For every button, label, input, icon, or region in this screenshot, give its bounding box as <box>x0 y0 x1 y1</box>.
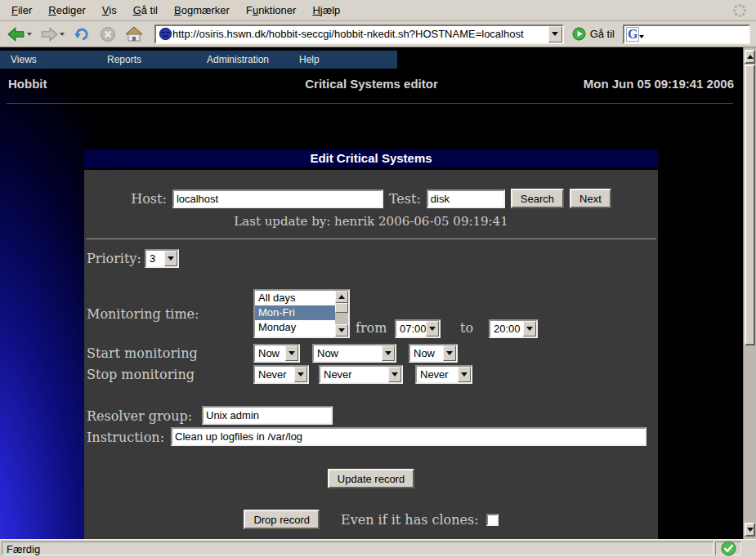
listbox-option[interactable]: Monday <box>255 320 335 335</box>
drop-record-button[interactable]: Drop record <box>244 510 320 529</box>
navigation-toolbar: Gå til G <box>0 21 756 47</box>
last-update-text: Last update by: henrik 2006-06-05 09:19:… <box>84 214 658 229</box>
forward-history-caret <box>60 33 65 36</box>
next-button[interactable]: Next <box>570 189 611 208</box>
search-box: G <box>623 25 750 44</box>
reload-button[interactable] <box>69 23 94 46</box>
host-input[interactable] <box>172 189 383 208</box>
vertical-scrollbar[interactable] <box>743 47 756 539</box>
page-timestamp: Mon Jun 05 09:19:41 2006 <box>584 77 734 91</box>
header-divider <box>7 103 733 104</box>
to-label: to <box>460 320 473 336</box>
to-time-select[interactable]: 20:00 <box>489 319 538 338</box>
stop-select-2[interactable]: Never <box>319 365 403 384</box>
chevron-down-icon <box>458 367 471 382</box>
stop-select-1[interactable]: Never <box>253 365 309 384</box>
host-label: Host: <box>131 191 167 207</box>
search-engine-caret[interactable] <box>639 35 644 38</box>
resolver-group-label: Resolver group: <box>87 408 192 424</box>
resolver-group-input[interactable] <box>202 406 333 425</box>
host-test-row: Host: Test: Search Next <box>84 189 658 208</box>
update-record-button[interactable]: Update record <box>328 469 414 488</box>
chevron-down-icon <box>164 251 177 266</box>
clones-checkbox[interactable] <box>486 514 499 526</box>
google-logo-icon: G <box>626 27 639 42</box>
search-button[interactable]: Search <box>511 189 564 208</box>
chevron-down-icon <box>388 367 401 382</box>
menu-edit[interactable]: Rediger <box>40 2 94 19</box>
stop-monitoring-label: Stop monitoring <box>87 367 195 382</box>
listbox-scroll-down-button[interactable] <box>335 324 348 336</box>
start-select-3[interactable]: Now <box>409 344 458 363</box>
priority-label: Priority: <box>87 251 141 266</box>
monitoring-time-label: Monitoring time: <box>87 306 199 322</box>
menu-help[interactable]: Hjælp <box>304 2 348 19</box>
home-icon <box>125 25 143 43</box>
menu-tools[interactable]: Funktioner <box>238 2 304 19</box>
throbber-icon <box>731 2 748 19</box>
home-button[interactable] <box>122 23 146 46</box>
listbox-option-selected[interactable]: Mon-Fri <box>255 305 335 320</box>
form-divider <box>86 238 656 239</box>
stop-button[interactable] <box>96 23 120 46</box>
menu-go[interactable]: Gå til <box>125 2 166 19</box>
stop-select-3[interactable]: Never <box>415 365 472 384</box>
menu-bar: Filer Rediger Vis Gå til Bogmærker Funkt… <box>0 0 756 21</box>
address-bar <box>154 25 564 44</box>
forward-button[interactable] <box>37 23 68 46</box>
nav-views[interactable]: Views <box>11 54 37 65</box>
start-monitoring-label: Start monitoring <box>87 345 198 361</box>
monitoring-time-listbox[interactable]: All days Mon-Fri Monday <box>253 289 350 338</box>
chevron-down-icon <box>443 345 456 361</box>
page-header: Hobbit Critical Systems editor Mon Jun 0… <box>0 77 743 93</box>
instruction-label: Instruction: <box>87 430 164 445</box>
instruction-input[interactable] <box>171 427 646 446</box>
back-arrow-icon <box>7 25 25 43</box>
nav-help[interactable]: Help <box>299 54 320 65</box>
chevron-down-icon <box>294 367 307 382</box>
listbox-scrollbar[interactable] <box>335 291 348 336</box>
status-bar: Færdig <box>0 539 756 557</box>
nav-reports[interactable]: Reports <box>107 54 141 65</box>
listbox-scroll-thumb[interactable] <box>335 303 348 313</box>
scroll-up-button[interactable] <box>745 50 755 64</box>
go-label: Gå til <box>590 28 615 40</box>
browser-window: Filer Rediger Vis Gå til Bogmærker Funkt… <box>0 0 756 557</box>
menu-view[interactable]: Vis <box>94 2 125 19</box>
back-history-caret <box>27 33 32 36</box>
resize-corner <box>743 541 754 555</box>
edit-form-panel: Host: Test: Search Next Last update by: … <box>84 170 658 539</box>
from-time-select[interactable]: 07:00 <box>395 319 441 338</box>
menu-bookmarks[interactable]: Bogmærker <box>166 2 238 19</box>
go-icon <box>572 27 586 41</box>
status-text: Færdig <box>2 541 714 555</box>
scroll-down-button[interactable] <box>745 523 755 537</box>
page-viewport: Views Reports Administration Help Hobbit… <box>0 47 743 539</box>
chevron-down-icon <box>285 345 298 361</box>
update-row: Update record <box>84 469 658 488</box>
panel-title: Edit Critical Systems <box>84 149 658 167</box>
priority-select[interactable]: 3 <box>145 249 179 268</box>
menu-file[interactable]: Filer <box>3 2 40 19</box>
start-select-2[interactable]: Now <box>312 344 396 363</box>
url-dropdown-button[interactable] <box>548 26 562 42</box>
chevron-down-icon <box>382 345 395 361</box>
stop-icon <box>99 25 117 43</box>
chevron-down-icon <box>523 321 536 336</box>
scroll-thumb[interactable] <box>745 65 755 345</box>
green-check-icon <box>721 541 736 556</box>
listbox-scroll-up-button[interactable] <box>335 291 348 303</box>
start-select-1[interactable]: Now <box>253 344 300 363</box>
web-search-input[interactable] <box>646 28 747 41</box>
go-button[interactable]: Gå til <box>566 27 621 41</box>
status-icon-cell[interactable] <box>715 541 741 555</box>
test-label: Test: <box>389 191 421 207</box>
url-input[interactable] <box>172 27 548 42</box>
test-input[interactable] <box>427 189 505 208</box>
chevron-down-icon <box>426 321 439 336</box>
listbox-option[interactable]: All days <box>255 291 335 305</box>
reload-icon <box>73 25 91 43</box>
back-button[interactable] <box>4 23 35 46</box>
nav-administration[interactable]: Administration <box>207 54 269 65</box>
clones-label: Even if it has clones: <box>341 512 479 528</box>
